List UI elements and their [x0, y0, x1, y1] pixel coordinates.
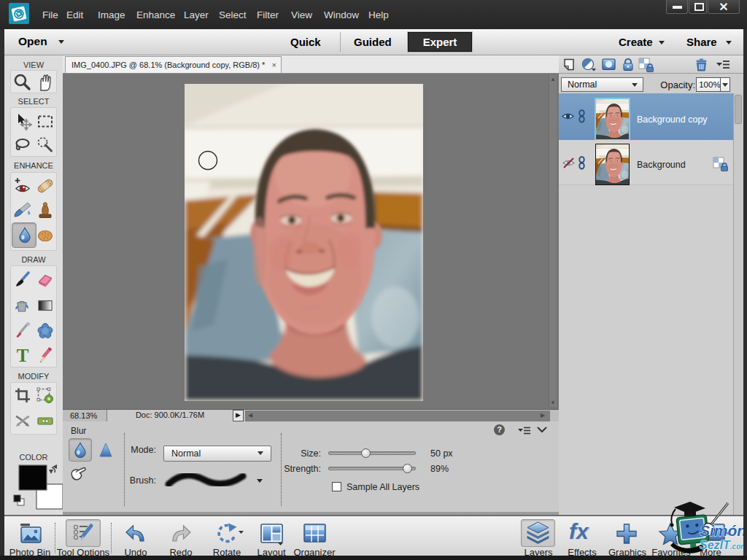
svg-text:T: T [17, 346, 29, 365]
svg-text:SezIT.com: SezIT.com [700, 539, 747, 551]
svg-text:Simón: Simón [700, 522, 746, 539]
